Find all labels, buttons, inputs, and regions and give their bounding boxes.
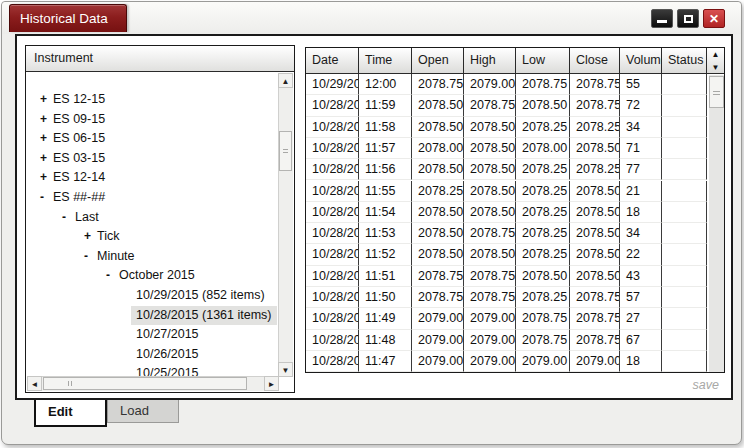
cell-close[interactable]: 2078.25 (570, 117, 620, 138)
save-button[interactable]: save (693, 378, 719, 392)
tree-item-label[interactable]: Last (70, 208, 104, 227)
tab-edit[interactable]: Edit (34, 400, 107, 427)
expand-icon[interactable]: + (40, 110, 47, 129)
cell-status[interactable] (662, 351, 707, 372)
cell-high[interactable]: 2078.50 (464, 138, 516, 159)
cell-low[interactable]: 2079.00 (516, 351, 570, 372)
cell-low[interactable]: 2078.25 (516, 202, 570, 223)
cell-high[interactable]: 2078.75 (464, 287, 516, 308)
cell-high[interactable]: 2079.00 (464, 330, 516, 351)
tree-item-label[interactable]: 10/26/2015 (131, 345, 204, 364)
cell-open[interactable]: 2078.50 (412, 244, 464, 265)
cell-volume[interactable]: 27 (620, 308, 662, 329)
cell-low[interactable]: 2078.75 (516, 330, 570, 351)
tree-item-label[interactable]: ES 12-14 (48, 168, 110, 187)
cell-close[interactable]: 2078.50 (570, 181, 620, 202)
tree-item[interactable]: +ES 09-15 (26, 110, 276, 129)
cell-volume[interactable]: 34 (620, 223, 662, 244)
tab-load[interactable]: Load (107, 400, 179, 423)
cell-low[interactable]: 2078.25 (516, 223, 570, 244)
cell-time[interactable]: 11:55 (359, 181, 412, 202)
cell-open[interactable]: 2079.00 (412, 330, 464, 351)
cell-volume[interactable]: 67 (620, 330, 662, 351)
cell-time[interactable]: 11:59 (359, 95, 412, 116)
tree-item-label[interactable]: ES 12-15 (48, 90, 110, 109)
cell-volume[interactable]: 57 (620, 287, 662, 308)
cell-time[interactable]: 11:57 (359, 138, 412, 159)
cell-volume[interactable]: 22 (620, 244, 662, 265)
cell-date[interactable]: 10/28/2015 (306, 287, 359, 308)
tree-item-label[interactable]: ES 09-15 (48, 110, 110, 129)
cell-date[interactable]: 10/28/2015 (306, 202, 359, 223)
titlebar[interactable]: Historical Data ✕ (2, 2, 741, 34)
expand-icon[interactable]: + (40, 90, 47, 109)
cell-high[interactable]: 2078.75 (464, 223, 516, 244)
cell-open[interactable]: 2078.50 (412, 95, 464, 116)
cell-status[interactable] (662, 181, 707, 202)
cell-date[interactable]: 10/29/2015 (306, 74, 359, 95)
column-header-time[interactable]: Time (359, 48, 412, 74)
tree-item-label[interactable]: 10/28/2015 (1361 items) (131, 306, 277, 325)
tree-item-label[interactable]: 10/27/2015 (131, 325, 204, 344)
cell-time[interactable]: 11:50 (359, 287, 412, 308)
tree-item[interactable]: 10/29/2015 (852 items) (26, 286, 276, 305)
expand-icon[interactable]: + (40, 168, 47, 187)
column-header-status[interactable]: Status (662, 48, 707, 74)
tree-vertical-scrollbar[interactable]: ▲ ▼ (278, 73, 293, 377)
cell-time[interactable]: 11:56 (359, 159, 412, 180)
tree-item[interactable]: -October 2015 (26, 266, 276, 285)
cell-volume[interactable]: 34 (620, 117, 662, 138)
cell-status[interactable] (662, 287, 707, 308)
cell-status[interactable] (662, 330, 707, 351)
cell-high[interactable]: 2078.50 (464, 181, 516, 202)
scroll-right-icon[interactable]: ► (264, 376, 279, 391)
cell-open[interactable]: 2078.75 (412, 266, 464, 287)
cell-time[interactable]: 12:00 (359, 74, 412, 95)
cell-low[interactable]: 2078.50 (516, 95, 570, 116)
cell-date[interactable]: 10/28/2015 (306, 223, 359, 244)
tree-item[interactable]: +ES 03-15 (26, 149, 276, 168)
cell-volume[interactable]: 18 (620, 202, 662, 223)
cell-date[interactable]: 10/28/2015 (306, 159, 359, 180)
cell-volume[interactable]: 71 (620, 138, 662, 159)
cell-date[interactable]: 10/28/2015 (306, 117, 359, 138)
tree-vscroll-thumb[interactable] (279, 131, 292, 171)
maximize-button[interactable] (677, 9, 699, 28)
tree-item-label[interactable]: October 2015 (114, 266, 200, 285)
tree-item[interactable]: -Last (26, 208, 276, 227)
cell-time[interactable]: 11:47 (359, 351, 412, 372)
cell-time[interactable]: 11:58 (359, 117, 412, 138)
cell-close[interactable]: 2078.75 (570, 308, 620, 329)
scroll-down-icon[interactable]: ▼ (278, 362, 293, 377)
tree-item[interactable]: +ES 12-15 (26, 90, 276, 109)
cell-high[interactable]: 2078.75 (464, 95, 516, 116)
tree-item[interactable]: +ES 12-14 (26, 168, 276, 187)
instrument-tree[interactable]: +ES 12-15+ES 09-15+ES 06-15+ES 03-15+ES … (26, 73, 294, 392)
expand-icon[interactable]: + (40, 149, 47, 168)
cell-date[interactable]: 10/28/2015 (306, 308, 359, 329)
cell-status[interactable] (662, 159, 707, 180)
column-header-high[interactable]: High (464, 48, 516, 74)
cell-open[interactable]: 2078.75 (412, 74, 464, 95)
tree-item[interactable]: +Tick (26, 227, 276, 246)
cell-low[interactable]: 2078.50 (516, 266, 570, 287)
cell-high[interactable]: 2078.50 (464, 244, 516, 265)
cell-low[interactable]: 2078.25 (516, 287, 570, 308)
cell-time[interactable]: 11:51 (359, 266, 412, 287)
tree-item[interactable]: -Minute (26, 247, 276, 266)
scroll-down-icon[interactable]: ▼ (707, 61, 724, 74)
cell-date[interactable]: 10/28/2015 (306, 244, 359, 265)
collapse-icon[interactable]: - (62, 208, 66, 227)
cell-open[interactable]: 2079.00 (412, 308, 464, 329)
cell-open[interactable]: 2078.50 (412, 159, 464, 180)
cell-date[interactable]: 10/28/2015 (306, 95, 359, 116)
cell-low[interactable]: 2078.75 (516, 308, 570, 329)
tree-item-label[interactable]: Minute (92, 247, 140, 266)
grid-vscroll-track[interactable] (709, 75, 724, 372)
cell-low[interactable]: 2078.25 (516, 159, 570, 180)
tree-item-label[interactable]: ES 03-15 (48, 149, 110, 168)
cell-date[interactable]: 10/28/2015 (306, 138, 359, 159)
cell-low[interactable]: 2078.25 (516, 117, 570, 138)
cell-open[interactable]: 2078.00 (412, 138, 464, 159)
cell-open[interactable]: 2078.50 (412, 223, 464, 244)
